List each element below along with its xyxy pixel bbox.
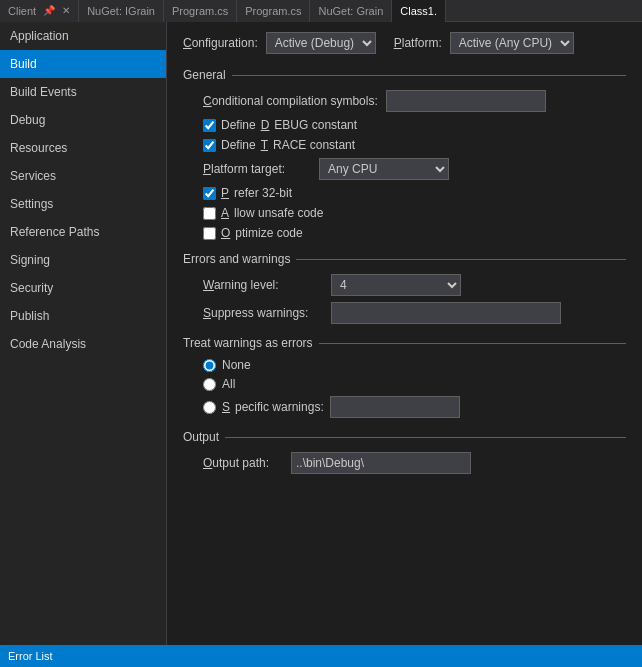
suppress-warnings-row: Suppress warnings: [183, 302, 626, 324]
none-label: None [222, 358, 251, 372]
specific-warnings-input[interactable] [330, 396, 460, 418]
warning-level-select[interactable]: 4 [331, 274, 461, 296]
all-radio-row: All [203, 377, 626, 391]
all-label: All [222, 377, 235, 391]
errors-warnings-section: Errors and warnings Warning level: 4 Sup… [183, 252, 626, 324]
prefer-32bit-label[interactable]: Prefer 32-bit [203, 186, 292, 200]
sidebar-item-build[interactable]: Build [0, 50, 166, 78]
sidebar-item-signing[interactable]: Signing [0, 246, 166, 274]
define-trace-label[interactable]: Define TRACE constant [203, 138, 355, 152]
tab-program-cs-2[interactable]: Program.cs [237, 0, 310, 22]
allow-unsafe-row: Allow unsafe code [183, 206, 626, 220]
define-debug-row: Define DEBUG constant [183, 118, 626, 132]
tab-client[interactable]: Client 📌 ✕ [0, 0, 79, 22]
define-debug-label[interactable]: Define DEBUG constant [203, 118, 357, 132]
general-section: General Conditional compilation symbols:… [183, 68, 626, 240]
tab-program-cs-1[interactable]: Program.cs [164, 0, 237, 22]
treat-warnings-header: Treat warnings as errors [183, 336, 626, 350]
conditional-symbols-input[interactable] [386, 90, 546, 112]
output-path-input[interactable] [291, 452, 471, 474]
platform-label: Platform: [394, 36, 442, 50]
specific-radio[interactable] [203, 401, 216, 414]
treat-warnings-radio-group: None All Specific warnings: [183, 358, 626, 418]
platform-target-row: Platform target: Any CPU [183, 158, 626, 180]
specific-radio-row: Specific warnings: [203, 396, 626, 418]
sidebar-item-application[interactable]: Application [0, 22, 166, 50]
conditional-symbols-row: Conditional compilation symbols: [183, 90, 626, 112]
tab-client-close[interactable]: ✕ [62, 5, 70, 16]
general-header: General [183, 68, 626, 82]
tab-class1[interactable]: Class1. [392, 0, 446, 22]
sidebar: Application Build Build Events Debug Res… [0, 22, 167, 645]
error-list-label: Error List [8, 650, 53, 662]
none-radio[interactable] [203, 359, 216, 372]
sidebar-item-code-analysis[interactable]: Code Analysis [0, 330, 166, 358]
sidebar-item-settings[interactable]: Settings [0, 190, 166, 218]
warning-level-row: Warning level: 4 [183, 274, 626, 296]
tab-nugget-grain[interactable]: NuGet: Grain [310, 0, 392, 22]
optimize-row: Optimize code [183, 226, 626, 240]
tab-nugget-igrain[interactable]: NuGet: IGrain [79, 0, 164, 22]
prefer-32bit-row: Prefer 32-bit [183, 186, 626, 200]
platform-target-select[interactable]: Any CPU [319, 158, 449, 180]
configuration-select[interactable]: Active (Debug) [266, 32, 376, 54]
configuration-label: Configuration: [183, 36, 258, 50]
tab-client-label: Client [8, 5, 36, 17]
tab-nugget-igrain-label: NuGet: IGrain [87, 5, 155, 17]
sidebar-item-services[interactable]: Services [0, 162, 166, 190]
errors-warnings-header: Errors and warnings [183, 252, 626, 266]
suppress-warnings-input[interactable] [331, 302, 561, 324]
bottom-bar[interactable]: Error List [0, 645, 642, 667]
warning-level-label: Warning level: [203, 278, 323, 292]
treat-warnings-section: Treat warnings as errors None All Specif… [183, 336, 626, 418]
tab-nugget-grain-label: NuGet: Grain [318, 5, 383, 17]
optimize-label[interactable]: Optimize code [203, 226, 303, 240]
none-radio-row: None [203, 358, 626, 372]
output-header: Output [183, 430, 626, 444]
sidebar-item-debug[interactable]: Debug [0, 106, 166, 134]
all-radio[interactable] [203, 378, 216, 391]
tab-program-cs-2-label: Program.cs [245, 5, 301, 17]
output-section: Output Output path: [183, 430, 626, 474]
tab-class1-label: Class1. [400, 5, 437, 17]
optimize-checkbox[interactable] [203, 227, 216, 240]
tab-client-pin[interactable]: 📌 [43, 5, 55, 16]
conditional-symbols-label: Conditional compilation symbols: [203, 94, 378, 108]
specific-label: Specific warnings: [222, 400, 324, 414]
suppress-warnings-label: Suppress warnings: [203, 306, 323, 320]
prefer-32bit-checkbox[interactable] [203, 187, 216, 200]
output-path-row: Output path: [183, 452, 626, 474]
platform-target-label: Platform target: [203, 162, 313, 176]
configuration-row: Configuration: Active (Debug) Platform: … [183, 32, 626, 54]
allow-unsafe-label[interactable]: Allow unsafe code [203, 206, 323, 220]
main-layout: Application Build Build Events Debug Res… [0, 22, 642, 645]
sidebar-item-publish[interactable]: Publish [0, 302, 166, 330]
tab-bar: Client 📌 ✕ NuGet: IGrain Program.cs Prog… [0, 0, 642, 22]
output-path-label: Output path: [203, 456, 283, 470]
sidebar-item-security[interactable]: Security [0, 274, 166, 302]
define-debug-checkbox[interactable] [203, 119, 216, 132]
define-trace-row: Define TRACE constant [183, 138, 626, 152]
sidebar-item-resources[interactable]: Resources [0, 134, 166, 162]
sidebar-item-reference-paths[interactable]: Reference Paths [0, 218, 166, 246]
allow-unsafe-checkbox[interactable] [203, 207, 216, 220]
tab-program-cs-1-label: Program.cs [172, 5, 228, 17]
sidebar-item-build-events[interactable]: Build Events [0, 78, 166, 106]
platform-select[interactable]: Active (Any CPU) [450, 32, 574, 54]
content-area: Configuration: Active (Debug) Platform: … [167, 22, 642, 645]
define-trace-checkbox[interactable] [203, 139, 216, 152]
